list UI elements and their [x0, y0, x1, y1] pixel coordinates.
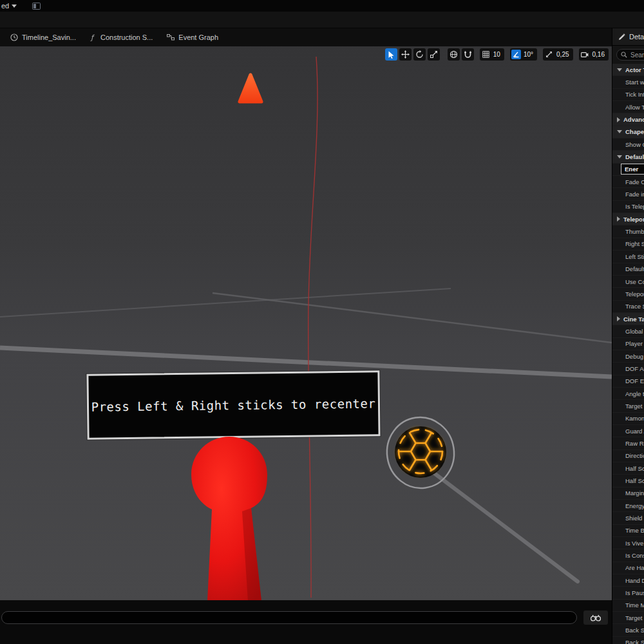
property-name-input[interactable]: Ener — [621, 164, 644, 175]
details-property-row[interactable]: Left Stic — [612, 251, 644, 263]
details-property-row[interactable]: Thumb D — [612, 225, 644, 238]
details-category-row[interactable]: Default — [612, 151, 644, 163]
property-label: Is Vive — [625, 540, 643, 547]
tab-construction-script[interactable]: ƒ Construction S... — [90, 33, 153, 41]
expand-arrows-icon — [544, 50, 554, 59]
grid-snap-control[interactable]: 10 — [480, 48, 504, 61]
details-property-row[interactable]: Back S — [612, 637, 644, 644]
property-label: Hand Di — [625, 577, 644, 584]
details-property-row[interactable]: Energy — [612, 500, 644, 512]
details-property-row[interactable]: DOF En — [612, 375, 644, 388]
property-label: Default F — [625, 265, 644, 272]
property-label: Target F — [625, 402, 644, 410]
property-label: Use Con — [625, 278, 644, 285]
details-category-row[interactable]: Advance — [612, 113, 644, 126]
angle-icon — [511, 50, 521, 59]
details-property-row[interactable]: Directio — [612, 450, 644, 462]
chevron-down-icon[interactable] — [617, 68, 622, 71]
rotation-snap-value: 10° — [524, 51, 533, 58]
editor-tab-bar: Timeline_Savin... ƒ Construction S... Ev… — [0, 28, 612, 46]
find-input[interactable] — [1, 611, 577, 624]
details-property-row[interactable]: Start wit — [612, 76, 644, 88]
details-property-row[interactable]: Guard A — [612, 425, 644, 437]
coordinate-system-button[interactable] — [448, 48, 460, 61]
details-property-row[interactable]: Fade in — [612, 188, 644, 200]
details-search-input[interactable]: Sear — [616, 49, 644, 61]
property-label: Angle to — [625, 390, 644, 397]
scale-tool-button[interactable] — [428, 48, 440, 61]
details-property-row[interactable]: Is Vive — [612, 537, 644, 549]
energy-ball[interactable] — [383, 413, 459, 492]
camera-icon — [580, 50, 590, 59]
camera-speed-value: 0,16 — [592, 51, 605, 58]
scale-snap-control[interactable]: 0,25 — [543, 48, 573, 61]
details-property-row[interactable]: Is Cons — [612, 549, 644, 562]
details-property-row[interactable]: Kamon — [612, 413, 644, 425]
details-category-row[interactable]: Chapero — [612, 126, 644, 138]
details-property-row[interactable]: Global T — [612, 325, 644, 337]
details-property-row[interactable]: Player C — [612, 338, 644, 350]
move-icon — [401, 50, 410, 59]
details-property-row[interactable]: Debug T — [612, 350, 644, 363]
chevron-right-icon[interactable] — [617, 117, 620, 122]
chevron-right-icon[interactable] — [617, 216, 620, 222]
details-property-row[interactable]: Teleport — [612, 288, 644, 300]
details-rows: Actor TicStart witTick InteAllow TiAdvan… — [612, 64, 644, 644]
tab-event-graph[interactable]: Event Graph — [167, 33, 218, 41]
details-property-row[interactable]: Default F — [612, 263, 644, 276]
recenter-sign[interactable]: Press Left & Right sticks to recenter — [86, 370, 380, 440]
details-panel-header[interactable]: Detail — [612, 28, 644, 46]
property-label: Show Ch — [625, 141, 644, 148]
property-label: Is Cons — [625, 552, 644, 559]
chevron-right-icon[interactable] — [617, 316, 620, 321]
details-property-row[interactable]: Time Mi — [612, 600, 644, 612]
details-category-row[interactable]: Actor Tic — [612, 64, 644, 76]
details-property-row[interactable]: Right Sti — [612, 238, 644, 251]
chevron-down-icon[interactable] — [617, 155, 622, 158]
details-property-row[interactable]: Back Sp — [612, 624, 644, 636]
property-label: Allow Ti — [625, 104, 644, 111]
property-label: Target S — [625, 614, 644, 621]
details-property-row[interactable]: Target S — [612, 612, 644, 624]
details-property-row[interactable]: Allow Ti — [612, 101, 644, 113]
details-property-row[interactable]: Time Bo — [612, 525, 644, 537]
find-in-blueprints-button[interactable] — [583, 611, 608, 625]
property-label: Are Han — [625, 564, 644, 571]
details-property-row[interactable]: DOF An — [612, 363, 644, 375]
details-property-row[interactable]: Are Han — [612, 562, 644, 574]
tab-timeline[interactable]: Timeline_Savin... — [10, 33, 76, 41]
saved-dropdown[interactable]: ed — [0, 2, 17, 10]
panel-icon[interactable] — [32, 3, 41, 10]
camera-speed-control[interactable]: 0,16 — [579, 48, 609, 61]
select-tool-button[interactable] — [385, 48, 397, 61]
details-property-row[interactable]: Use Con — [612, 276, 644, 288]
chevron-down-icon[interactable] — [617, 130, 622, 133]
tab-label: Construction S... — [100, 33, 153, 41]
details-category-row[interactable]: Cine Tar — [612, 313, 644, 325]
spawn-marker-triangle[interactable] — [240, 75, 261, 102]
level-viewport[interactable]: Press Left & Right sticks to recenter — [0, 46, 612, 600]
rotation-snap-control[interactable]: 10° — [510, 48, 537, 61]
details-property-row[interactable]: Is Paus — [612, 587, 644, 599]
details-property-row[interactable]: Hand Di — [612, 574, 644, 587]
details-property-row[interactable]: Angle to — [612, 388, 644, 400]
property-label: Fade in — [625, 191, 644, 198]
details-property-row[interactable]: Shield L — [612, 512, 644, 524]
details-property-row[interactable]: Trace Sp — [612, 301, 644, 313]
details-property-row[interactable]: Raw Ro — [612, 437, 644, 450]
details-category-row[interactable]: Teleport — [612, 213, 644, 225]
surface-snapping-button[interactable] — [462, 48, 474, 61]
move-tool-button[interactable] — [399, 48, 412, 61]
pencil-icon — [618, 33, 625, 41]
details-property-row[interactable]: Target F — [612, 400, 644, 412]
details-property-row[interactable]: Fade Ou — [612, 176, 644, 188]
details-property-row[interactable]: Half Scr — [612, 475, 644, 487]
details-property-row[interactable]: Show Ch — [612, 138, 644, 151]
details-property-row[interactable]: Tick Inte — [612, 89, 644, 101]
details-property-row[interactable]: Margin — [612, 488, 644, 500]
details-name-field-row[interactable]: Ener — [612, 164, 644, 176]
property-label: Global T — [625, 328, 644, 335]
rotate-tool-button[interactable] — [413, 48, 426, 61]
details-property-row[interactable]: Is Telep — [612, 201, 644, 213]
details-property-row[interactable]: Half Scr — [612, 462, 644, 475]
